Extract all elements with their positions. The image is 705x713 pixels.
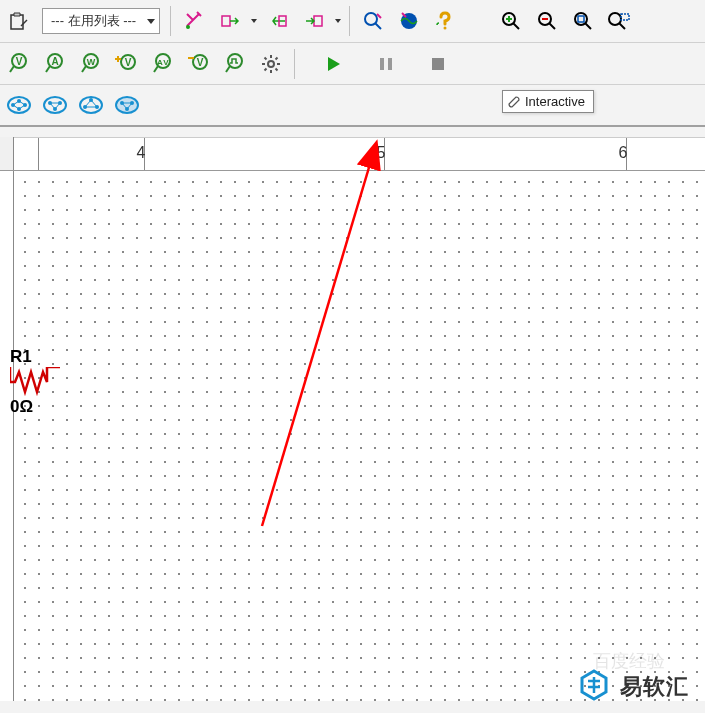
net-2-icon[interactable] (38, 88, 72, 122)
probe-neg-v-icon[interactable]: V (182, 47, 216, 81)
svg-rect-29 (380, 58, 384, 70)
pause-button[interactable] (369, 47, 403, 81)
ruler-tick: 5 (384, 138, 385, 170)
watermark-text: 易软汇 (620, 672, 689, 702)
paste-icon[interactable] (2, 4, 36, 38)
probe-av-icon[interactable]: AV (146, 47, 180, 81)
chevron-down-icon (147, 19, 155, 24)
ruler-tick (38, 138, 39, 170)
stop-button[interactable] (421, 47, 455, 81)
svg-point-28 (268, 61, 274, 67)
component-resistor[interactable]: R1 0Ω (10, 347, 60, 417)
zoom-area-icon[interactable] (356, 4, 390, 38)
canvas-area: R1 0Ω (0, 171, 705, 701)
svg-text:V: V (16, 56, 23, 67)
svg-point-1 (186, 25, 190, 29)
component-value: 0Ω (10, 397, 60, 417)
ruler-horizontal: 456 (0, 137, 705, 171)
probe-a-icon[interactable]: A (38, 47, 72, 81)
net-3-icon[interactable] (74, 88, 108, 122)
highlight-icon[interactable] (177, 4, 211, 38)
svg-point-7 (444, 27, 447, 30)
block-out-icon[interactable] (213, 4, 247, 38)
play-button[interactable] (317, 47, 351, 81)
wrench-icon (507, 95, 521, 109)
ruler-tick: 6 (626, 138, 627, 170)
svg-text:V: V (197, 57, 204, 68)
svg-rect-11 (578, 16, 584, 22)
svg-text:W: W (87, 57, 96, 67)
block-in-icon[interactable] (297, 4, 331, 38)
zoom-fit-icon[interactable] (566, 4, 600, 38)
component-reference: R1 (10, 347, 60, 367)
probe-pulse-icon[interactable] (218, 47, 252, 81)
web-icon[interactable] (392, 4, 426, 38)
svg-point-27 (228, 54, 242, 68)
toolbar-row-3 (0, 85, 705, 127)
dropdown-label: --- 在用列表 --- (51, 12, 136, 30)
dropdown-arrow-1[interactable] (249, 19, 259, 23)
svg-rect-13 (621, 14, 629, 20)
probe-add-v-icon[interactable]: V (110, 47, 144, 81)
ruler-tick: 4 (144, 138, 145, 170)
toolbar-row-1: --- 在用列表 --- (0, 0, 705, 43)
net-4-icon[interactable] (110, 88, 144, 122)
svg-text:A: A (157, 58, 163, 67)
watermark: 易软汇 (576, 669, 689, 705)
svg-rect-0 (11, 15, 23, 29)
svg-rect-30 (388, 58, 392, 70)
schematic-canvas[interactable]: R1 0Ω (14, 171, 705, 701)
svg-text:V: V (163, 58, 169, 67)
help-icon[interactable] (428, 4, 462, 38)
probe-v-icon[interactable]: V (2, 47, 36, 81)
tooltip-text: Interactive (525, 94, 585, 109)
play-tooltip: Interactive (502, 90, 594, 113)
svg-rect-4 (314, 16, 322, 26)
resistor-symbol (10, 367, 60, 397)
svg-rect-2 (222, 16, 230, 26)
svg-text:A: A (51, 56, 58, 67)
watermark-logo-icon (576, 669, 612, 705)
block-back-icon[interactable] (261, 4, 295, 38)
active-list-dropdown[interactable]: --- 在用列表 --- (42, 8, 160, 34)
gear-icon[interactable] (254, 47, 288, 81)
ruler-vertical (0, 171, 14, 701)
probe-w-icon[interactable]: W (74, 47, 108, 81)
net-1-icon[interactable] (2, 88, 36, 122)
zoom-out-icon[interactable] (530, 4, 564, 38)
dropdown-arrow-2[interactable] (333, 19, 343, 23)
zoom-in-icon[interactable] (494, 4, 528, 38)
zoom-select-icon[interactable] (602, 4, 636, 38)
toolbar-row-2: V A W V AV V (0, 43, 705, 85)
svg-rect-31 (432, 58, 444, 70)
svg-text:V: V (125, 57, 132, 68)
